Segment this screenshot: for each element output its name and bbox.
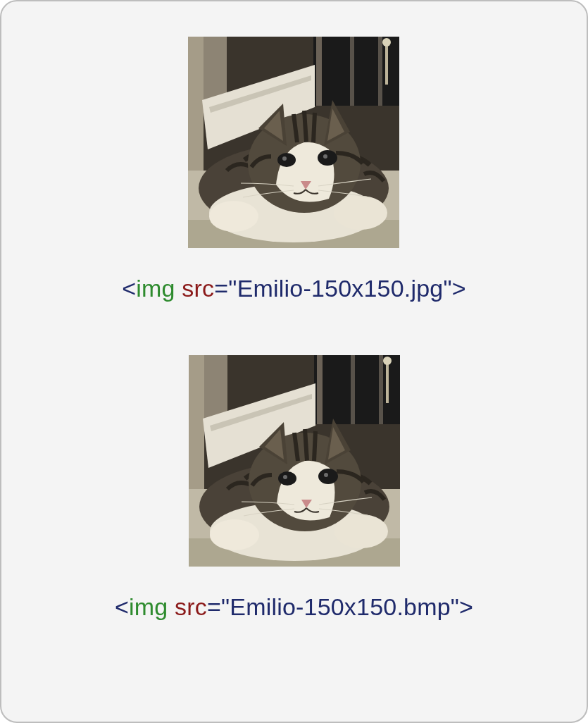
attr-name: src bbox=[175, 593, 207, 620]
svg-point-15 bbox=[209, 201, 258, 232]
code-line-jpg: <img src="Emilio-150x150.jpg"> bbox=[122, 275, 465, 302]
svg-point-48 bbox=[278, 471, 296, 486]
svg-rect-5 bbox=[385, 42, 388, 85]
equals: = bbox=[207, 593, 221, 620]
tag-name: img bbox=[129, 593, 168, 620]
svg-point-22 bbox=[277, 153, 296, 167]
svg-point-49 bbox=[318, 469, 338, 484]
bracket-open: < bbox=[122, 275, 136, 302]
example-bmp: <img src="Emilio-150x150.bmp"> bbox=[115, 355, 473, 621]
attr-name: src bbox=[182, 275, 214, 302]
example-jpg: <img src="Emilio-150x150.jpg"> bbox=[122, 37, 465, 302]
equals: = bbox=[214, 275, 228, 302]
code-line-bmp: <img src="Emilio-150x150.bmp"> bbox=[115, 593, 473, 621]
examples-panel: <img src="Emilio-150x150.jpg"> bbox=[0, 0, 588, 723]
svg-point-41 bbox=[210, 519, 259, 550]
svg-point-24 bbox=[282, 156, 287, 161]
svg-rect-3 bbox=[350, 37, 354, 106]
svg-rect-31 bbox=[386, 361, 389, 403]
svg-point-25 bbox=[323, 154, 327, 159]
svg-point-32 bbox=[383, 357, 392, 365]
bracket-close: > bbox=[459, 593, 473, 620]
svg-point-51 bbox=[324, 473, 328, 477]
svg-rect-28 bbox=[317, 355, 323, 424]
svg-rect-30 bbox=[379, 355, 383, 424]
cat-image-jpg bbox=[188, 37, 399, 248]
bracket-close: > bbox=[452, 275, 466, 302]
svg-point-23 bbox=[318, 150, 337, 166]
attr-value: "Emilio-150x150.jpg" bbox=[228, 275, 451, 302]
tag-name: img bbox=[136, 275, 175, 302]
svg-rect-2 bbox=[316, 37, 322, 106]
svg-point-16 bbox=[334, 196, 387, 230]
svg-rect-29 bbox=[351, 355, 355, 424]
svg-rect-4 bbox=[378, 37, 382, 106]
bracket-open: < bbox=[115, 593, 129, 620]
svg-point-50 bbox=[283, 475, 287, 479]
svg-point-42 bbox=[334, 514, 388, 548]
attr-value: "Emilio-150x150.bmp" bbox=[221, 593, 459, 620]
svg-point-6 bbox=[382, 38, 391, 47]
cat-image-bmp bbox=[189, 355, 400, 567]
